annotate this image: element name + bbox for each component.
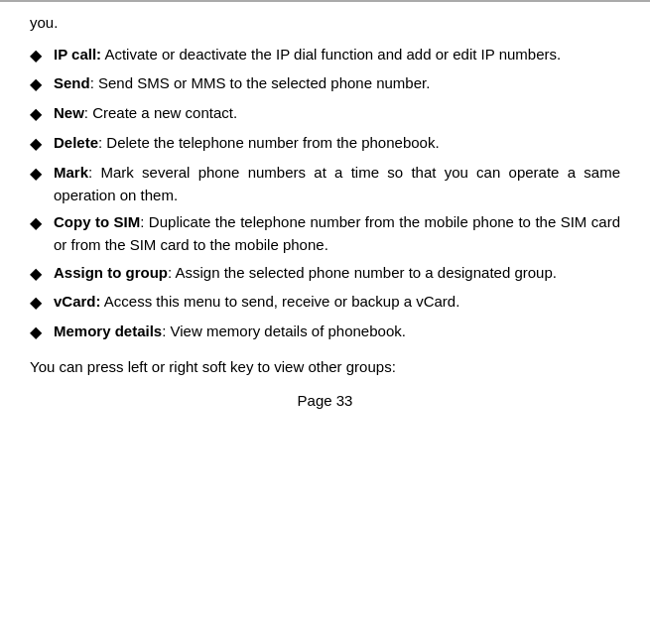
item-bold-ip-call: IP call: — [54, 46, 101, 63]
item-bold-vcard: vCard: — [54, 293, 101, 310]
item-content-assign-to-group: Assign to group: Assign the selected pho… — [54, 261, 620, 284]
bullet-diamond: ◆ — [30, 72, 42, 97]
page-container: you. ◆ IP call: Activate or deactivate t… — [0, 0, 650, 644]
list-item: ◆ Delete: Delete the telephone number fr… — [30, 131, 620, 157]
bullet-diamond: ◆ — [30, 102, 42, 127]
bullet-diamond: ◆ — [30, 262, 42, 287]
list-item: ◆ IP call: Activate or deactivate the IP… — [30, 43, 620, 68]
bullet-diamond: ◆ — [30, 132, 42, 157]
list-item: ◆ Assign to group: Assign the selected p… — [30, 261, 620, 287]
list-item: ◆ vCard: Access this menu to send, recei… — [30, 290, 620, 316]
bullet-list: ◆ IP call: Activate or deactivate the IP… — [30, 43, 620, 346]
item-bold-mark: Mark — [54, 164, 88, 181]
footer-text: You can press left or right soft key to … — [30, 355, 620, 378]
item-content-memory-details: Memory details: View memory details of p… — [54, 320, 620, 342]
item-bold-delete: Delete — [54, 134, 98, 151]
bullet-diamond: ◆ — [30, 291, 42, 316]
list-item: ◆ Copy to SIM: Duplicate the telephone n… — [30, 210, 620, 257]
item-bold-assign-to-group: Assign to group — [54, 264, 168, 281]
item-content-new: New: Create a new contact. — [54, 101, 620, 124]
list-item: ◆ New: Create a new contact. — [30, 101, 620, 127]
item-content-delete: Delete: Delete the telephone number from… — [54, 131, 620, 154]
item-content-copy-to-sim: Copy to SIM: Duplicate the telephone num… — [54, 210, 620, 257]
item-bold-copy-to-sim: Copy to SIM — [54, 213, 140, 230]
bullet-diamond: ◆ — [30, 44, 42, 68]
bullet-diamond: ◆ — [30, 321, 42, 345]
item-bold-memory-details: Memory details — [54, 322, 162, 339]
page-number: Page 33 — [30, 392, 620, 409]
bullet-diamond: ◆ — [30, 211, 42, 236]
item-content-mark: Mark: Mark several phone numbers at a ti… — [54, 161, 620, 207]
item-content-send: Send: Send SMS or MMS to the selected ph… — [54, 71, 620, 94]
item-bold-new: New — [54, 104, 84, 121]
item-content-ip-call: IP call: Activate or deactivate the IP d… — [54, 43, 620, 65]
list-item: ◆ Send: Send SMS or MMS to the selected … — [30, 71, 620, 97]
list-item: ◆ Mark: Mark several phone numbers at a … — [30, 161, 620, 207]
item-content-vcard: vCard: Access this menu to send, receive… — [54, 290, 620, 313]
bullet-diamond: ◆ — [30, 162, 42, 187]
intro-text: you. — [30, 12, 620, 35]
list-item: ◆ Memory details: View memory details of… — [30, 320, 620, 345]
item-bold-send: Send — [54, 74, 90, 91]
